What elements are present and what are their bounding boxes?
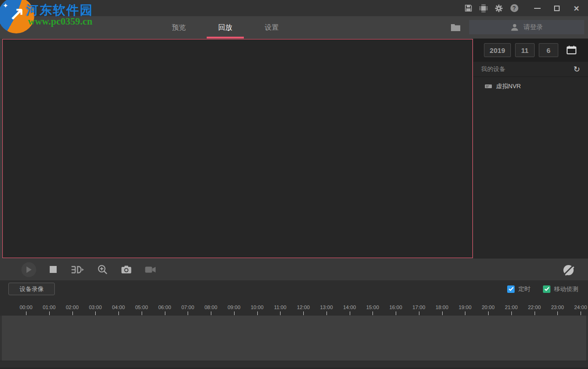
calendar-icon[interactable]	[566, 45, 577, 55]
frame-step-icon	[70, 265, 84, 274]
zoom-in-button[interactable]	[98, 265, 108, 275]
save-list-icon[interactable]	[464, 4, 472, 13]
tab-preview-label: 预览	[172, 23, 186, 32]
timeline-label: 21:00	[505, 304, 518, 310]
timeline-label: 09:00	[228, 304, 241, 310]
date-selector: 2019 11 6	[473, 39, 588, 62]
folder-icon[interactable]	[451, 23, 461, 32]
timeline-tick	[165, 311, 165, 315]
timeline-tick	[142, 311, 142, 315]
timeline-label: 18:00	[436, 304, 449, 310]
tab-preview[interactable]: 预览	[160, 16, 197, 39]
timeline-label: 03:00	[89, 304, 102, 310]
device-item-label: 虚拟NVR	[496, 82, 521, 91]
timeline-label: 00:00	[20, 304, 33, 310]
play-button[interactable]	[29, 262, 36, 277]
snapshot-button[interactable]	[121, 265, 131, 274]
timeline-tick	[350, 311, 350, 315]
timeline-label: 12:00	[297, 304, 310, 310]
timeline-tick	[442, 311, 443, 315]
timeline-label: 02:00	[66, 304, 79, 310]
checkbox-motion-detect[interactable]	[543, 285, 550, 293]
maximize-button[interactable]	[553, 4, 561, 13]
frame-step-button[interactable]	[70, 265, 84, 274]
timeline-label: 14:00	[343, 304, 356, 310]
timeline-tick	[188, 311, 188, 315]
timeline-label: 08:00	[204, 304, 217, 310]
timeline-tick	[396, 311, 396, 315]
timeline-tick	[26, 311, 26, 315]
filter-motion-detect[interactable]: 移动侦测	[543, 285, 578, 293]
timeline-label: 23:00	[551, 304, 564, 310]
video-canvas[interactable]	[2, 39, 473, 258]
filter-scheduled-label: 定时	[518, 285, 530, 293]
minimize-button[interactable]	[533, 4, 542, 13]
timeline-track[interactable]	[2, 316, 586, 361]
timeline-tick	[419, 311, 419, 315]
timeline-label: 20:00	[482, 304, 495, 310]
timeline-tick	[372, 311, 373, 315]
timeline-label: 11:00	[274, 304, 287, 310]
timeline-label: 07:00	[181, 304, 194, 310]
device-record-button[interactable]: 设备录像	[8, 283, 55, 295]
timeline-tick	[581, 311, 581, 315]
stop-button[interactable]	[50, 266, 57, 273]
user-icon	[510, 23, 519, 32]
timeline-tick	[303, 311, 304, 315]
timeline-ticks	[0, 311, 588, 316]
audio-mute-button[interactable]	[561, 262, 576, 277]
tab-settings[interactable]: 设置	[253, 16, 290, 39]
device-group-label: 我的设备	[481, 65, 505, 73]
timeline-label: 16:00	[389, 304, 402, 310]
timeline-label: 24:00	[574, 304, 587, 310]
timeline-tick	[535, 311, 535, 315]
login-label: 请登录	[523, 23, 543, 32]
nvr-device-icon	[484, 83, 492, 90]
active-tab-underline	[207, 37, 244, 39]
record-type-filters: 定时 移动侦测	[507, 285, 578, 293]
timeline-labels: 00:0001:0002:0003:0004:0005:0006:0007:00…	[0, 298, 588, 311]
timeline-label: 19:00	[458, 304, 471, 310]
timeline-label: 22:00	[528, 304, 541, 310]
zoom-in-icon	[98, 265, 108, 275]
date-month-field[interactable]: 11	[515, 43, 535, 57]
play-icon	[21, 262, 36, 277]
device-group-header: 我的设备 ↻	[473, 62, 588, 77]
timeline-tick	[280, 311, 281, 315]
timeline-tick	[465, 311, 465, 315]
sound-off-icon	[561, 262, 576, 277]
timeline-label: 04:00	[112, 304, 125, 310]
footer-strip	[0, 361, 588, 369]
timeline-tick	[118, 311, 119, 315]
timeline-tick	[95, 311, 96, 315]
tabs: 预览 回放 设置	[160, 16, 290, 39]
timeline-tick	[49, 311, 50, 315]
tabbar: 预览 回放 设置 请登录	[0, 16, 588, 39]
timeline-tick	[234, 311, 235, 315]
timeline-tick	[557, 311, 558, 315]
timeline-label: 17:00	[412, 304, 425, 310]
login-button[interactable]: 请登录	[469, 20, 584, 34]
device-chip-icon[interactable]	[479, 4, 488, 13]
timeline-tick	[488, 311, 489, 315]
date-day-field[interactable]: 6	[539, 43, 558, 57]
timeline-label: 05:00	[135, 304, 148, 310]
timeline-label: 10:00	[251, 304, 264, 310]
refresh-icon[interactable]: ↻	[574, 65, 580, 74]
device-item-virtual-nvr[interactable]: 虚拟NVR	[473, 77, 588, 96]
close-button[interactable]: ×	[572, 4, 581, 13]
titlebar: ? ×	[0, 0, 588, 16]
filter-motion-detect-label: 移动侦测	[554, 285, 578, 293]
filter-scheduled[interactable]: 定时	[507, 285, 530, 293]
tab-playback[interactable]: 回放	[207, 16, 244, 39]
tab-playback-label: 回放	[218, 23, 232, 32]
help-icon[interactable]: ?	[510, 4, 518, 13]
record-button[interactable]	[145, 266, 156, 273]
bottom-bar: 设备录像 定时 移动侦测	[0, 280, 588, 298]
checkbox-scheduled[interactable]	[507, 285, 515, 293]
date-year-field[interactable]: 2019	[484, 43, 511, 57]
settings-gear-icon[interactable]	[495, 4, 503, 13]
timeline-label: 01:00	[43, 304, 56, 310]
timeline-tick	[511, 311, 512, 315]
camera-icon	[121, 265, 131, 274]
